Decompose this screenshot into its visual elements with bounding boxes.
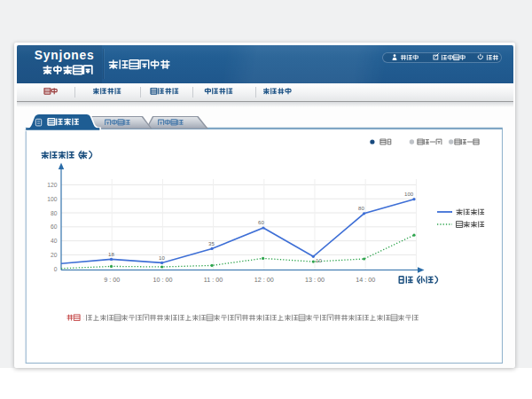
svg-text:20: 20 — [51, 252, 58, 258]
svg-text:120: 120 — [47, 182, 57, 188]
svg-text:80: 80 — [51, 210, 58, 216]
svg-text:100: 100 — [47, 196, 57, 202]
svg-text:10: 10 — [316, 257, 322, 263]
svg-text:11 : 00: 11 : 00 — [204, 276, 223, 284]
svg-text:60: 60 — [258, 219, 264, 225]
svg-text:12 : 00: 12 : 00 — [254, 276, 274, 284]
svg-text:40: 40 — [51, 238, 58, 244]
svg-text:10 : 00: 10 : 00 — [153, 276, 172, 284]
svg-text:0: 0 — [54, 266, 58, 272]
svg-text:80: 80 — [358, 205, 364, 211]
svg-text:10: 10 — [159, 254, 165, 261]
svg-text:14 : 00: 14 : 00 — [356, 276, 375, 284]
svg-text:18: 18 — [108, 251, 114, 257]
svg-text:9 : 00: 9 : 00 — [104, 276, 120, 284]
svg-text:35: 35 — [208, 240, 215, 246]
svg-text:100: 100 — [404, 191, 414, 197]
svg-text:60: 60 — [51, 223, 58, 230]
svg-text:Synjones: Synjones — [35, 49, 95, 62]
svg-text:13 : 00: 13 : 00 — [305, 276, 325, 284]
